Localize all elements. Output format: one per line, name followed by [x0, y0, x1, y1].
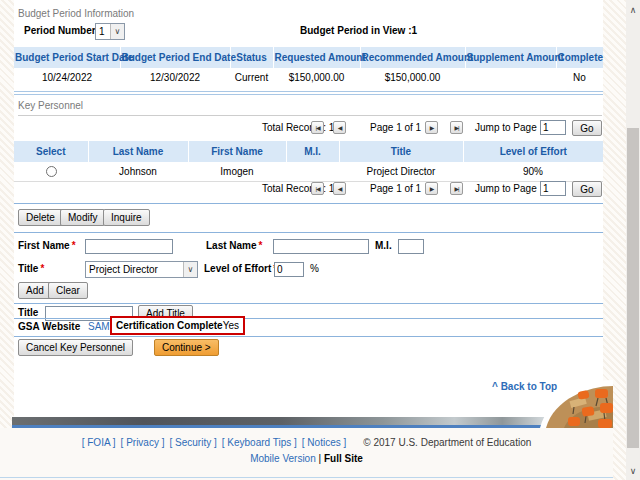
security-link[interactable]: [ Security ] [170, 437, 217, 448]
prev-page-button[interactable]: ◀ [333, 182, 346, 195]
column-header-complete: Complete [556, 47, 603, 68]
modify-button[interactable]: Modify [60, 209, 105, 226]
level-of-effort-label: Level of Effort* [204, 263, 277, 274]
new-title-label: Title [18, 307, 38, 318]
last-page-button[interactable]: ▶| [450, 121, 463, 134]
footer-version-row: Mobile Version | Full Site [0, 453, 613, 464]
first-page-button[interactable]: |◀ [311, 182, 324, 195]
cell-end-date: 12/30/2022 [120, 68, 230, 87]
next-page-button[interactable]: ▶ [425, 121, 438, 134]
cell-status: Current [230, 68, 273, 87]
mi-field[interactable] [398, 239, 424, 254]
column-header-select: Select [14, 141, 88, 162]
scrollbar-thumb[interactable] [627, 128, 639, 448]
pager-bottom: Total Records: 1 |◀ ◀ Page 1 of 1 ▶ ▶| J… [14, 179, 603, 199]
privacy-link[interactable]: [ Privacy ] [121, 437, 165, 448]
metal-divider-bar [12, 417, 610, 425]
divider [14, 303, 603, 304]
jump-to-page-input[interactable] [540, 120, 566, 135]
add-clear-row: Add Clear [14, 282, 603, 300]
period-number-label: Period Number* [24, 25, 102, 36]
budget-period-table: Budget Period Start Date Budget Period E… [14, 47, 603, 87]
mobile-version-link[interactable]: Mobile Version [250, 453, 316, 464]
copyright-text: © 2017 U.S. Department of Education [363, 437, 531, 448]
jump-to-page-input[interactable] [540, 181, 566, 196]
certification-complete-label: Certification Complete [116, 320, 223, 331]
next-page-button[interactable]: ▶ [425, 182, 438, 195]
period-number-select[interactable]: 1 ∨ [95, 23, 125, 40]
prev-page-icon: ◀ [338, 186, 342, 192]
divider [14, 318, 603, 319]
divider [14, 203, 603, 204]
column-header-recommended: Recommended Amount [360, 47, 465, 68]
go-button[interactable]: Go [572, 120, 602, 136]
cell-supplement [465, 68, 556, 87]
vertical-scrollbar[interactable]: ∧ ∨ [626, 0, 640, 480]
gsa-website-label: GSA Website [18, 321, 80, 332]
budget-period-section-label: Budget Period Information [18, 8, 134, 19]
column-header-title: Title [339, 141, 463, 162]
required-marker: * [40, 263, 44, 274]
add-button[interactable]: Add [18, 282, 52, 299]
chevron-down-icon: ∨ [183, 262, 197, 277]
continue-button[interactable]: Continue > [154, 339, 219, 356]
divider [14, 336, 603, 337]
scroll-up-icon[interactable]: ∧ [626, 5, 640, 15]
last-page-button[interactable]: ▶| [450, 182, 463, 195]
delete-button[interactable]: Delete [18, 209, 63, 226]
last-page-icon: ▶| [454, 186, 458, 192]
column-header-level-of-effort: Level of Effort [463, 141, 603, 162]
column-header-status: Status [230, 47, 273, 68]
separator: | [319, 453, 322, 464]
column-header-last-name: Last Name [88, 141, 188, 162]
budget-table-row: 10/24/2022 12/30/2022 Current $150,000.0… [14, 68, 603, 87]
required-marker: * [259, 240, 263, 251]
prev-page-button[interactable]: ◀ [333, 121, 346, 134]
column-header-start-date: Budget Period Start Date [14, 47, 120, 68]
level-of-effort-field[interactable] [274, 262, 304, 277]
first-name-field[interactable] [85, 239, 173, 254]
first-page-icon: |◀ [315, 125, 319, 131]
key-personnel-table: Select Last Name First Name M.I. Title L… [14, 141, 603, 182]
record-actions-row: Delete Modify Inquire [14, 209, 603, 227]
inquire-button[interactable]: Inquire [103, 209, 150, 226]
pager-top: Total Records: 1 |◀ ◀ Page 1 of 1 ▶ ▶| J… [14, 118, 603, 138]
first-page-icon: |◀ [315, 186, 319, 192]
prev-page-icon: ◀ [338, 125, 342, 131]
jump-to-page-label: Jump to Page [475, 122, 537, 133]
classroom-chairs-image [540, 377, 613, 428]
last-name-field[interactable] [273, 239, 369, 254]
full-site-link[interactable]: Full Site [324, 453, 363, 464]
sam-link[interactable]: SAM [88, 321, 110, 332]
divider [0, 477, 613, 478]
cell-complete: No [556, 68, 603, 87]
title-effort-row: Title* Project Director ∨ Level of Effor… [14, 261, 603, 279]
foia-link[interactable]: [ FOIA ] [82, 437, 116, 448]
footer-links-row: [ FOIA ] [ Privacy ] [ Security ] [ Keyb… [0, 437, 613, 448]
cancel-key-personnel-button[interactable]: Cancel Key Personnel [18, 339, 133, 356]
footer: [ FOIA ] [ Privacy ] [ Security ] [ Keyb… [0, 428, 613, 480]
title-select[interactable]: Project Director ∨ [85, 261, 198, 278]
select-radio[interactable] [46, 166, 57, 177]
budget-period-in-view: Budget Period in View :1 [300, 25, 417, 36]
percent-sign: % [310, 263, 319, 274]
first-page-button[interactable]: |◀ [311, 121, 324, 134]
keyboard-tips-link[interactable]: [ Keyboard Tips ] [222, 437, 297, 448]
go-button[interactable]: Go [572, 181, 602, 197]
next-page-icon: ▶ [430, 125, 434, 131]
page-indicator: Page 1 of 1 [370, 122, 421, 133]
last-page-icon: ▶| [454, 125, 458, 131]
title-select-value: Project Director [86, 262, 183, 277]
caret-up-icon: ^ [492, 381, 498, 392]
column-header-mi: M.I. [286, 141, 339, 162]
key-personnel-section-label: Key Personnel [18, 100, 602, 116]
period-number-row: Period Number* 1 ∨ Budget Period in View… [14, 23, 603, 41]
scroll-down-icon[interactable]: ∨ [626, 466, 640, 476]
period-number-value: 1 [96, 24, 110, 39]
main-panel: Budget Period Information Period Number*… [14, 0, 603, 417]
budget-table-header-row: Budget Period Start Date Budget Period E… [14, 47, 603, 68]
name-fields-row: First Name* Last Name* M.I. [14, 238, 603, 256]
notices-link[interactable]: [ Notices ] [302, 437, 346, 448]
bottom-actions-row: Cancel Key Personnel Continue > [14, 339, 603, 357]
clear-button[interactable]: Clear [48, 282, 88, 299]
